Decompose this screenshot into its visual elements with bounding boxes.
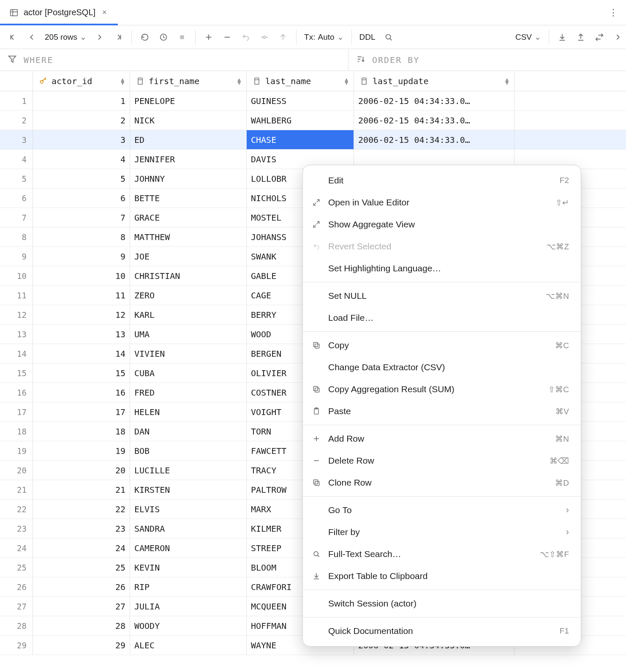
close-icon[interactable]: × [100, 8, 109, 17]
tab-actor[interactable]: actor [PostgreSQL] × [0, 0, 118, 25]
cell-first-name[interactable]: CHRISTIAN [130, 271, 246, 281]
tx-mode-dropdown[interactable]: Tx: Auto ⌄ [304, 32, 343, 42]
orderby-filter[interactable]: ORDER BY [348, 49, 626, 71]
cell-first-name[interactable]: ED [130, 135, 246, 145]
cell-actor-id[interactable]: 7 [33, 213, 130, 223]
cell-actor-id[interactable]: 5 [33, 174, 130, 184]
cell-first-name[interactable]: RIP [130, 582, 246, 592]
cell-first-name[interactable]: BOB [130, 446, 246, 456]
context-menu-item[interactable]: Switch Session (actor) [303, 593, 581, 615]
cell-actor-id[interactable]: 1 [33, 96, 130, 106]
cell-actor-id[interactable]: 20 [33, 465, 130, 475]
cell-last-name[interactable]: DAVIS [247, 154, 354, 164]
cell-first-name[interactable]: UMA [130, 329, 246, 339]
cell-first-name[interactable]: KEVIN [130, 563, 246, 573]
cell-actor-id[interactable]: 25 [33, 563, 130, 573]
cell-actor-id[interactable]: 29 [33, 640, 130, 650]
cell-first-name[interactable]: BETTE [130, 193, 246, 203]
column-header-first-name[interactable]: first_name ▲▼ [130, 71, 247, 91]
row-number[interactable]: 9 [0, 247, 33, 266]
table-row[interactable]: 33EDCHASE2006-02-15 04:34:33.0… [0, 130, 626, 150]
cell-last-name[interactable]: GUINESS [247, 96, 354, 106]
row-number[interactable]: 16 [0, 383, 33, 402]
cell-actor-id[interactable]: 18 [33, 426, 130, 437]
cell-first-name[interactable]: KIRSTEN [130, 485, 246, 495]
last-page-icon[interactable] [113, 32, 124, 43]
context-menu-item[interactable]: Load File… [303, 307, 581, 329]
cell-actor-id[interactable]: 26 [33, 582, 130, 592]
cell-first-name[interactable]: CUBA [130, 368, 246, 378]
search-icon[interactable] [383, 32, 394, 43]
cell-actor-id[interactable]: 2 [33, 115, 130, 126]
row-number[interactable]: 7 [0, 208, 33, 227]
context-menu-item[interactable]: Add Row⌘N [303, 428, 581, 450]
row-number[interactable]: 27 [0, 597, 33, 616]
cell-first-name[interactable]: ALEC [130, 640, 246, 650]
row-number[interactable]: 15 [0, 363, 33, 382]
cell-actor-id[interactable]: 12 [33, 310, 130, 320]
export-format-dropdown[interactable]: CSV ⌄ [515, 32, 541, 42]
row-number[interactable]: 22 [0, 500, 33, 519]
row-number[interactable]: 5 [0, 169, 33, 188]
cell-actor-id[interactable]: 16 [33, 388, 130, 398]
cell-actor-id[interactable]: 14 [33, 349, 130, 359]
cell-first-name[interactable]: LUCILLE [130, 465, 246, 475]
cell-first-name[interactable]: ELVIS [130, 504, 246, 514]
row-number[interactable]: 14 [0, 344, 33, 363]
cell-actor-id[interactable]: 11 [33, 290, 130, 300]
context-menu-item[interactable]: Open in Value Editor⇧↵ [303, 191, 581, 213]
context-menu-item[interactable]: Copy⌘C [303, 334, 581, 356]
cell-actor-id[interactable]: 21 [33, 485, 130, 495]
revert-icon[interactable] [240, 32, 251, 43]
row-number[interactable]: 13 [0, 325, 33, 344]
context-menu-item[interactable]: Delete Row⌘⌫ [303, 450, 581, 472]
upload-icon[interactable] [575, 32, 586, 43]
where-filter[interactable]: WHERE [0, 49, 348, 71]
row-number[interactable]: 18 [0, 422, 33, 441]
compare-icon[interactable] [594, 32, 605, 43]
row-number[interactable]: 10 [0, 266, 33, 285]
row-number[interactable]: 8 [0, 227, 33, 246]
context-menu-item[interactable]: Show Aggregate View [303, 213, 581, 235]
commit-icon[interactable] [259, 32, 270, 43]
context-menu-item[interactable]: Full-Text Search…⌥⇧⌘F [303, 543, 581, 565]
cell-last-name[interactable]: CHASE [247, 135, 354, 145]
row-number[interactable]: 21 [0, 480, 33, 499]
context-menu-item[interactable]: EditF2 [303, 169, 581, 191]
more-icon[interactable]: ⋮ [609, 7, 618, 18]
row-number[interactable]: 1 [0, 91, 33, 110]
cell-actor-id[interactable]: 17 [33, 407, 130, 417]
cell-first-name[interactable]: FRED [130, 388, 246, 398]
cell-actor-id[interactable]: 27 [33, 601, 130, 612]
delete-row-icon[interactable] [222, 32, 233, 43]
row-number[interactable]: 19 [0, 441, 33, 460]
row-number[interactable]: 2 [0, 111, 33, 130]
cell-actor-id[interactable]: 3 [33, 135, 130, 145]
context-menu-item[interactable]: Go To [303, 499, 581, 521]
row-number[interactable]: 4 [0, 150, 33, 169]
context-menu-item[interactable]: Export Table to Clipboard [303, 565, 581, 587]
cell-actor-id[interactable]: 24 [33, 543, 130, 553]
cell-first-name[interactable]: JENNIFER [130, 154, 246, 164]
row-number[interactable]: 28 [0, 616, 33, 635]
cell-first-name[interactable]: HELEN [130, 407, 246, 417]
cell-actor-id[interactable]: 28 [33, 621, 130, 631]
download-icon[interactable] [557, 32, 568, 43]
cell-first-name[interactable]: WOODY [130, 621, 246, 631]
cell-actor-id[interactable]: 23 [33, 524, 130, 534]
row-number[interactable]: 23 [0, 519, 33, 538]
row-number[interactable]: 6 [0, 188, 33, 208]
row-number[interactable]: 20 [0, 461, 33, 480]
cell-first-name[interactable]: NICK [130, 115, 246, 126]
cell-first-name[interactable]: VIVIEN [130, 349, 246, 359]
cell-first-name[interactable]: ZERO [130, 290, 246, 300]
cell-actor-id[interactable]: 6 [33, 193, 130, 203]
row-number[interactable]: 11 [0, 286, 33, 305]
row-number[interactable]: 24 [0, 538, 33, 557]
cell-first-name[interactable]: PENELOPE [130, 96, 246, 106]
context-menu-item[interactable]: Quick DocumentationF1 [303, 620, 581, 642]
submit-icon[interactable] [278, 32, 289, 43]
cell-first-name[interactable]: MATTHEW [130, 232, 246, 242]
cell-first-name[interactable]: SANDRA [130, 524, 246, 534]
context-menu-item[interactable]: Clone Row⌘D [303, 472, 581, 494]
